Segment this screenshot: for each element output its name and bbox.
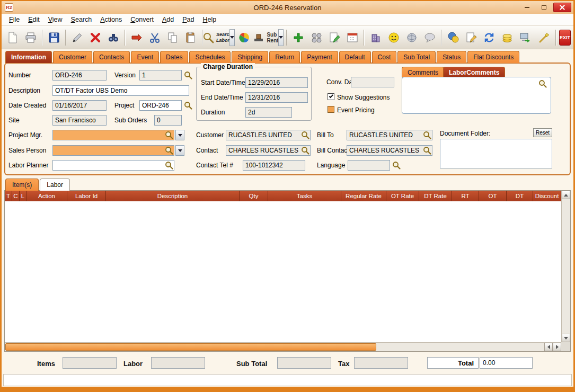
comments-button[interactable] — [421, 29, 438, 47]
world-button[interactable] — [403, 29, 420, 47]
col-t[interactable]: T — [5, 191, 12, 201]
project-field[interactable]: ORD-246 — [139, 100, 182, 111]
copy-button[interactable] — [164, 29, 181, 47]
menu-file[interactable]: File — [5, 14, 24, 25]
number-field[interactable]: ORD-246 — [52, 70, 107, 81]
project-search-icon[interactable] — [184, 101, 192, 110]
description-field[interactable]: OT/DT Factor UBS Demo — [52, 85, 189, 96]
tab-flat-discounts[interactable]: Flat Discounts — [467, 51, 519, 63]
labor-planner-search-icon[interactable] — [165, 161, 173, 170]
components-button[interactable] — [308, 29, 325, 47]
labor-comments-textarea[interactable] — [402, 77, 551, 114]
col-qty[interactable]: Qty — [240, 191, 268, 201]
feedback-button[interactable] — [385, 29, 402, 47]
tab-comments[interactable]: Comments — [402, 67, 444, 77]
start-date-field[interactable]: 12/29/2016 — [245, 77, 308, 88]
tab-schedules[interactable]: Schedules — [189, 51, 231, 63]
menu-actions[interactable]: Actions — [96, 14, 126, 25]
tab-labor[interactable]: Labor — [40, 179, 70, 191]
col-ot-rate[interactable]: OT Rate — [386, 191, 419, 201]
sales-person-dropdown[interactable] — [175, 145, 184, 156]
scroll-left-button[interactable] — [544, 343, 553, 351]
reset-button[interactable]: Reset — [533, 128, 552, 137]
tab-labor-comments[interactable]: LaborComments — [443, 67, 505, 77]
scroll-up-button[interactable] — [562, 191, 570, 199]
contact-search-icon[interactable] — [301, 146, 309, 155]
customer-field[interactable]: RUCASTLES UNITED — [226, 130, 311, 140]
labor-planner-field[interactable] — [52, 160, 174, 171]
tab-return[interactable]: Return — [269, 51, 300, 63]
tab-event[interactable]: Event — [131, 51, 159, 63]
labor-total-field[interactable] — [151, 357, 205, 369]
horizontal-scrollbar[interactable] — [5, 342, 561, 351]
edit-document-button[interactable] — [326, 29, 343, 47]
language-field[interactable] — [348, 160, 390, 171]
tax-field[interactable] — [354, 357, 408, 369]
project-mgr-field[interactable] — [52, 130, 174, 140]
version-field[interactable]: 1 — [139, 70, 182, 81]
paste-button[interactable] — [182, 29, 199, 47]
sub-orders-field[interactable]: 0 — [154, 115, 182, 126]
sales-person-field[interactable] — [52, 145, 174, 156]
col-discount[interactable]: Discount — [533, 191, 561, 201]
end-date-field[interactable]: 12/31/2016 — [245, 92, 308, 103]
menu-pad[interactable]: Pad — [178, 14, 198, 25]
menu-convert[interactable]: Convert — [126, 14, 158, 25]
col-labor-id[interactable]: Labor Id — [67, 191, 106, 201]
delete-button[interactable] — [87, 29, 104, 47]
sub-rent-button[interactable]: Sub Rent — [254, 29, 277, 47]
bill-contact-search-icon[interactable] — [423, 146, 431, 155]
tab-information[interactable]: Information — [5, 51, 52, 63]
duration-field[interactable]: 2d — [245, 107, 292, 118]
site-button[interactable] — [367, 29, 384, 47]
edit-button[interactable] — [69, 29, 86, 47]
bill-contact-field[interactable]: CHARLES RUCASTLES — [347, 145, 432, 156]
sales-person-search-icon[interactable] — [165, 146, 173, 155]
exit-button[interactable]: EXIT — [559, 30, 571, 46]
items-total-field[interactable] — [63, 357, 117, 369]
bill-to-field[interactable]: RUCASTLES UNITED — [347, 130, 432, 140]
find-button[interactable] — [105, 29, 122, 47]
language-search-icon[interactable] — [392, 161, 401, 170]
version-search-icon[interactable] — [184, 71, 192, 79]
contact-tel-field[interactable]: 100-1012342 — [243, 160, 305, 171]
event-pricing-checkbox[interactable] — [328, 106, 334, 113]
save-button[interactable] — [46, 29, 63, 47]
tab-sub-total[interactable]: Sub Total — [397, 51, 436, 63]
col-description[interactable]: Description — [106, 191, 240, 201]
scroll-down-button[interactable] — [562, 334, 570, 342]
tab-contacts[interactable]: Contacts — [93, 51, 130, 63]
comments-search-icon[interactable] — [538, 79, 547, 88]
tab-shipping[interactable]: Shipping — [232, 51, 268, 63]
bill-to-search-icon[interactable] — [423, 131, 431, 139]
financials-button[interactable] — [499, 29, 516, 47]
refresh-rates-button[interactable] — [481, 29, 498, 47]
maximize-button[interactable] — [536, 3, 552, 12]
col-dt-rate[interactable]: DT Rate — [419, 191, 452, 201]
tab-customer[interactable]: Customer — [53, 51, 92, 63]
tab-items[interactable]: Item(s) — [5, 179, 39, 191]
customer-search-icon[interactable] — [301, 131, 309, 139]
tab-default[interactable]: Default — [339, 51, 371, 63]
tab-status[interactable]: Status — [437, 51, 466, 63]
horizontal-scroll-thumb[interactable] — [5, 343, 376, 351]
convert-button[interactable] — [128, 29, 145, 47]
wand-button[interactable] — [536, 29, 553, 47]
labor-grid-body[interactable] — [5, 201, 561, 342]
col-dt[interactable]: DT — [507, 191, 533, 201]
print-button[interactable] — [22, 29, 39, 47]
cut-button[interactable] — [146, 29, 163, 47]
col-rt[interactable]: RT — [452, 191, 479, 201]
total-field[interactable]: 0.00 — [480, 357, 533, 369]
menu-edit[interactable]: Edit — [24, 14, 44, 25]
project-mgr-search-icon[interactable] — [165, 131, 173, 139]
col-l[interactable]: L — [20, 191, 26, 201]
conv-date-field[interactable] — [351, 77, 394, 87]
col-c[interactable]: C — [12, 191, 20, 201]
col-tasks[interactable]: Tasks — [268, 191, 341, 201]
menu-view[interactable]: View — [44, 14, 67, 25]
add-button[interactable] — [290, 29, 307, 47]
new-document-button[interactable] — [4, 29, 21, 47]
project-mgr-dropdown[interactable] — [175, 130, 184, 140]
col-action[interactable]: Action — [26, 191, 67, 201]
